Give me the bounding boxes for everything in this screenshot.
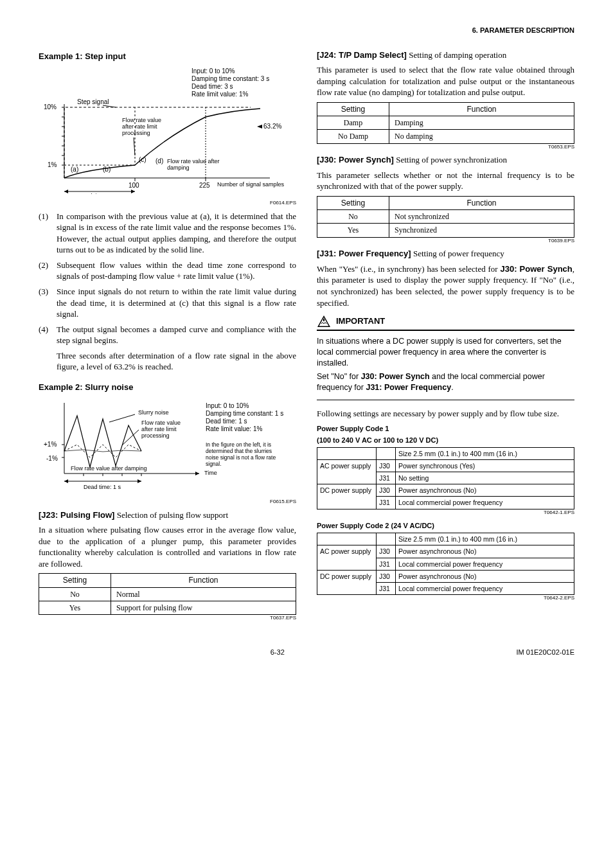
table-header: Function <box>389 197 574 210</box>
j24-heading: [J24: T/P Damp Select] Setting of dampin… <box>317 49 574 61</box>
cell: No <box>317 210 389 224</box>
cell: DC power supply <box>317 570 377 594</box>
table-row: Size 2.5 mm (0.1 in.) to 400 mm (16 in.) <box>317 447 574 459</box>
psc2-head: Power Supply Code 2 (24 V AC/DC) <box>317 521 574 531</box>
important-p2-pre: Set "No" for <box>317 372 361 381</box>
table-header: Setting <box>317 197 389 210</box>
cell: Power synchronous (Yes) <box>396 459 574 472</box>
cell: Power asynchronous (No) <box>396 545 574 558</box>
fig1-step-label: Step signal <box>77 98 109 105</box>
j31-title: [J31: Power Frequency] <box>317 249 411 258</box>
j31-body: When "Yes" (i.e., in synchrony) has been… <box>317 263 574 308</box>
j30-table: Setting Function NoNot synchronized YesS… <box>317 196 574 238</box>
cell: No setting <box>396 472 574 484</box>
table-row: AC power supply J30 Power asynchronous (… <box>317 545 574 558</box>
fig1-632: 63.2% <box>263 123 281 130</box>
cell: J30 <box>377 570 396 582</box>
j30-body: This parameter sellects whether or not t… <box>317 170 574 192</box>
list-text: In comparison with the previous value at… <box>57 211 296 256</box>
svg-marker-17 <box>131 190 135 193</box>
j23-tail: Selection of pulsing flow support <box>114 510 228 520</box>
table-row: No DampNo damping <box>317 130 574 143</box>
figure-step-input: Input: 0 to 10% Damping time constant: 3… <box>39 66 296 197</box>
left-column: Example 1: Step input Input: 0 to 10% Da… <box>39 47 296 626</box>
cell: Local commercial power frequency <box>396 558 574 570</box>
fig1-param: Input: 0 to 10% <box>191 67 235 75</box>
fig2-param: Input: 0 to 10% <box>206 402 249 409</box>
cell: DC power supply <box>317 484 377 509</box>
cell: Yes <box>39 601 111 614</box>
table-row: AC power supply J30 Power synchronous (Y… <box>317 459 574 472</box>
svg-marker-30 <box>64 479 68 483</box>
cell: J31 <box>377 497 396 509</box>
table-row: YesSynchronized <box>317 224 574 237</box>
fig1-a: (a) <box>71 166 78 173</box>
j31-body-bold: J30: Power Synch <box>500 264 572 274</box>
cell: No Damp <box>317 130 389 143</box>
following-text: Following settings are necessary by powe… <box>317 408 574 420</box>
cell: AC power supply <box>317 459 377 484</box>
fig2-rl1: Flow rate value <box>141 420 181 426</box>
j30-eps: T0639.EPS <box>317 238 574 245</box>
fig1-x2: 225 <box>199 182 210 189</box>
fig2-rl2: after rate limit <box>141 426 177 432</box>
list-item: (4) The output signal becomes a damped c… <box>39 324 296 346</box>
list-num: (1) <box>39 211 57 256</box>
j23-eps: T0637.EPS <box>39 615 296 622</box>
cell: J31 <box>377 558 396 570</box>
j24-body: This parameter is used to select that th… <box>317 64 574 98</box>
j31-tail: Setting of power frequency <box>411 249 504 258</box>
table-header: Setting <box>39 574 111 587</box>
psc1-head2: (100 to 240 V AC or 100 to 120 V DC) <box>317 436 574 445</box>
example1-title: Example 1: Step input <box>39 51 296 62</box>
list-num: (4) <box>39 324 57 346</box>
cell: No <box>39 587 111 601</box>
fig1-damp2: damping <box>167 164 190 171</box>
fig2-rl3: processing <box>141 432 170 439</box>
doc-number: IM 01E20C02-01E <box>517 648 575 657</box>
fig2-param: Rate limit value: 1% <box>206 425 262 432</box>
cell: Yes <box>317 224 389 237</box>
fig1-x1: 100 <box>129 182 139 189</box>
j24-eps: T0653.EPS <box>317 144 574 151</box>
table-row: DC power supply J30 Power asynchronous (… <box>317 484 574 497</box>
j23-heading: [J23: Pulsing Flow] Selection of pulsing… <box>39 509 296 521</box>
list-item: (1) In comparison with the previous valu… <box>39 211 296 256</box>
cell: AC power supply <box>317 545 377 570</box>
fig1-damp1: Flow rate value after <box>167 158 220 164</box>
fig1-param: Dead time: 3 s <box>191 83 233 90</box>
figure-slurry-noise: Input: 0 to 10% Damping time constant: 1… <box>39 396 296 496</box>
j31-body-pre: When "Yes" (i.e., in synchrony) has been… <box>317 264 500 274</box>
fig2-time: Time <box>204 470 217 476</box>
j30-tail: Setting of power synchronization <box>394 155 507 164</box>
cell: Power asynchronous (No) <box>396 484 574 497</box>
list-num: (3) <box>39 286 57 320</box>
list-item: (2) Subsequent flow values within the de… <box>39 260 296 282</box>
table-row: DampDamping <box>317 116 574 130</box>
section-header: 6. PARAMETER DESCRIPTION <box>39 26 574 35</box>
fig1-c: (c) <box>139 156 147 163</box>
psc1-head1: Power Supply Code 1 <box>317 424 574 434</box>
fig1-ytick-bot: 1% <box>48 161 57 168</box>
table-row: Size 2.5 mm (0.1 in.) to 400 mm (16 in.) <box>317 533 574 545</box>
fig1-eps: F0614.EPS <box>39 200 296 207</box>
cell: No damping <box>389 130 574 143</box>
fig2-damp: Flow rate value after damping <box>71 465 147 472</box>
list-text: Subsequent flow values within the dead t… <box>57 260 296 282</box>
fig2-deadtime: Dead time: 1 s <box>84 484 121 490</box>
right-column: [J24: T/P Damp Select] Setting of dampin… <box>317 47 574 626</box>
cell: J30 <box>377 484 396 497</box>
cell: Support for pulsing flow <box>111 601 296 614</box>
cell: J31 <box>377 472 396 484</box>
important-p1: In situations where a DC power supply is… <box>317 336 574 369</box>
fig1-xcap: Number of signal samples <box>217 181 285 188</box>
list-item: (3) Since input signals do not return to… <box>39 286 296 320</box>
fig2-note2: determined that the slurries <box>206 448 272 454</box>
svg-marker-24 <box>195 472 199 475</box>
fig1-ratelimit3: processing <box>122 130 150 136</box>
table-row: NoNot synchronized <box>317 210 574 224</box>
cell: Not synchronized <box>389 210 574 224</box>
cell: J30 <box>377 545 396 558</box>
fig2-param: Damping time constant: 1 s <box>206 410 283 417</box>
important-body: In situations where a DC power supply is… <box>317 336 574 400</box>
